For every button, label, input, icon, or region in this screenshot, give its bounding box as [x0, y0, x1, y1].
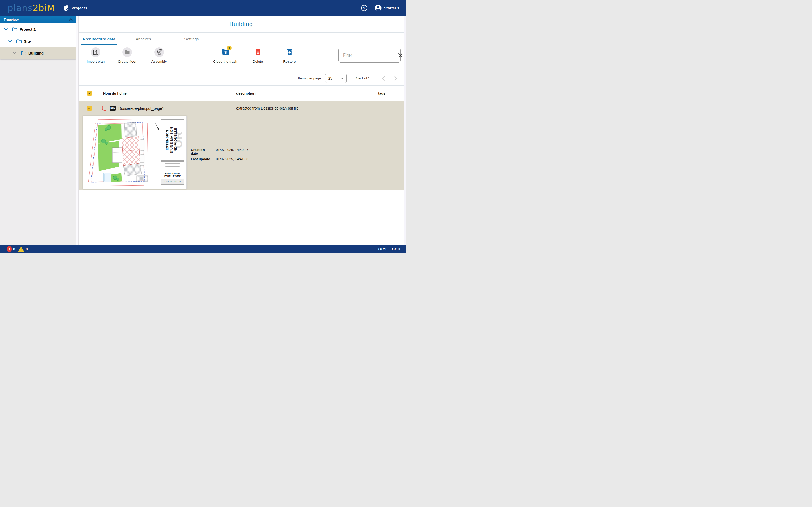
items-per-page-value: 25	[328, 76, 333, 80]
chevron-left-icon	[382, 76, 385, 80]
table-row[interactable]: ✓ NEW Dossier-de-plan.pdf_page1 extracte…	[79, 101, 404, 116]
restore-label: Restore	[283, 60, 296, 63]
tab-architecture-data[interactable]: Architecture data	[79, 33, 119, 45]
import-plan-button[interactable]: Import plan	[79, 47, 112, 63]
select-all-checkbox[interactable]: ✓	[87, 91, 92, 96]
chevron-up-icon	[68, 18, 72, 21]
plan-block-line2: ÉCHELLE 1/75E	[164, 175, 181, 177]
svg-text:?: ?	[363, 6, 365, 10]
chevron-down-icon[interactable]	[11, 52, 18, 54]
plans2bim-app: plans2biM Projects ?	[0, 0, 406, 253]
delete-label: Delete	[253, 60, 263, 63]
assembly-icon	[154, 47, 164, 57]
navbar-right: ? Starter 1	[361, 5, 399, 11]
create-floor-label: Create floor	[118, 60, 137, 63]
plan-file-icon	[101, 105, 108, 111]
user-menu[interactable]: Starter 1	[375, 5, 399, 11]
assembly-label: Assembly	[151, 60, 167, 63]
user-label: Starter 1	[384, 6, 399, 10]
tree-item-project-1[interactable]: Project 1	[0, 23, 76, 35]
last-update-value: 01/07/2025, 14:41:33	[216, 157, 248, 161]
chevron-down-icon[interactable]	[3, 28, 9, 31]
restore-button[interactable]: Restore	[273, 47, 306, 63]
page-scrollbar[interactable]	[404, 16, 406, 245]
close-trash-label: Close the trash	[213, 60, 237, 63]
plan-block-line1: PLAN TOITURE	[165, 172, 181, 175]
creation-date-value: 01/07/2025, 14:40:27	[216, 148, 248, 155]
tab-annexes[interactable]: Annexes	[119, 33, 167, 45]
items-per-page-label: Items per page	[298, 76, 321, 80]
warning-indicator-icon	[18, 246, 24, 252]
file-metadata: Creation date 01/07/2025, 14:40:27 Last …	[191, 148, 248, 189]
projects-label: Projects	[71, 6, 87, 10]
folder-icon	[12, 27, 17, 32]
error-indicator-icon: !	[7, 246, 12, 252]
close-icon	[398, 53, 402, 58]
dropdown-arrow-icon	[341, 77, 343, 79]
toolbar: Import plan Create floor	[79, 45, 404, 71]
create-floor-icon	[122, 47, 132, 57]
chevron-down-icon[interactable]	[7, 40, 13, 42]
filter-input[interactable]	[343, 53, 396, 58]
top-navbar: plans2biM Projects ?	[0, 0, 406, 16]
last-update-label: Last update	[191, 157, 213, 161]
file-detail: OR EXTENSION D'UNE MAISON INDIVIDUELLE	[79, 116, 404, 190]
previous-page-button[interactable]	[380, 75, 387, 81]
clear-filter-button[interactable]	[398, 53, 402, 58]
treeview-sidebar: Treeview Project 1	[0, 16, 76, 245]
error-count: 0	[13, 247, 15, 251]
pagination-bar: Items per page 25 1 – 1 of 1	[79, 71, 404, 86]
notepad-icon	[64, 5, 69, 11]
collapse-panel-button[interactable]	[68, 18, 72, 21]
plan-thumbnail[interactable]: OR EXTENSION D'UNE MAISON INDIVIDUELLE	[83, 116, 187, 189]
tree-rows: Project 1 Site Building	[0, 23, 76, 59]
sidebar-scrollbar[interactable]	[76, 16, 79, 245]
help-button[interactable]: ?	[361, 5, 368, 11]
file-description: extracted from Dossier-de-plan.pdf file.	[236, 106, 300, 110]
close-trash-button[interactable]: 1 Close the trash	[209, 47, 242, 63]
next-page-button[interactable]	[392, 75, 399, 81]
treeview-header: Treeview	[0, 16, 76, 23]
filter-box	[338, 48, 401, 63]
table-header-row: ✓ Nom du fichier description tags	[79, 86, 404, 101]
row-checkbox[interactable]: ✓	[87, 106, 92, 111]
status-bar: ! 0 0 GCS GCU	[0, 245, 406, 253]
chevron-right-icon	[394, 76, 397, 80]
plan-title-line3: INDIVIDUELLE	[174, 127, 177, 153]
plan-title-line2: D'UNE MAISON	[170, 127, 173, 153]
treeview-title: Treeview	[4, 17, 18, 21]
assembly-button[interactable]: Assembly	[143, 47, 175, 63]
main-content: Building Architecture data Annexes Setti…	[79, 16, 404, 245]
creation-date-label: Creation date	[191, 148, 213, 155]
delete-button[interactable]: Delete	[241, 47, 274, 63]
file-name: Dossier-de-plan.pdf_page1	[118, 106, 164, 110]
tree-item-label: Site	[24, 39, 31, 43]
import-plan-icon	[91, 47, 100, 57]
user-icon	[375, 5, 382, 11]
tab-settings[interactable]: Settings	[167, 33, 216, 45]
import-plan-label: Import plan	[87, 60, 105, 63]
gcs-link[interactable]: GCS	[378, 247, 387, 251]
creation-date-row: Creation date 01/07/2025, 14:40:27	[191, 148, 248, 155]
tab-label: Settings	[184, 37, 199, 41]
logo-text-2bim: 2biM	[33, 3, 55, 13]
help-icon: ?	[361, 5, 368, 11]
items-per-page-select[interactable]: 25	[325, 73, 347, 83]
logo-text-plans: plans	[8, 3, 33, 13]
create-floor-button[interactable]: Create floor	[111, 47, 144, 63]
warning-count: 0	[26, 247, 28, 251]
folder-icon	[21, 51, 26, 55]
plan-stamp: LEBLANC-DECOR	[164, 180, 181, 183]
tree-item-building[interactable]: Building	[0, 47, 76, 59]
tab-label: Annexes	[136, 37, 151, 41]
tree-item-site[interactable]: Site	[0, 35, 76, 47]
pagination-range: 1 – 1 of 1	[356, 76, 370, 80]
app-logo[interactable]: plans2biM	[8, 3, 55, 13]
folder-icon	[16, 39, 21, 43]
page-title: Building	[79, 16, 404, 33]
projects-nav-button[interactable]: Projects	[64, 5, 87, 11]
trash-folder-icon: 1	[220, 47, 230, 57]
gcu-link[interactable]: GCU	[392, 247, 400, 251]
legal-links: GCS GCU	[378, 247, 400, 251]
restore-trash-icon	[285, 47, 294, 57]
